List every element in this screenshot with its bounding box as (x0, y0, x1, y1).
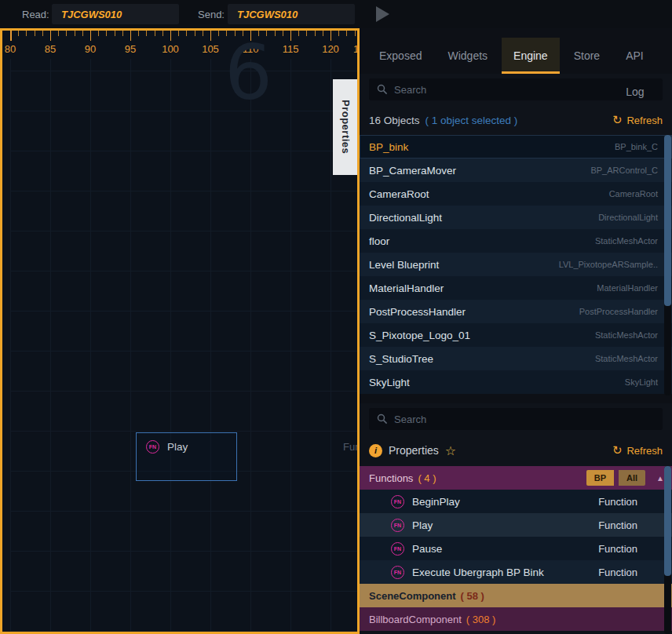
properties-search[interactable] (369, 408, 663, 430)
billboardcomponent-section-header[interactable]: BillboardComponent ( 308 ) (360, 607, 672, 631)
tab-widgets[interactable]: Widgets (436, 38, 499, 74)
play-node-label: Play (167, 440, 188, 453)
scrollbar-thumb[interactable] (664, 135, 671, 306)
properties-search-input[interactable] (394, 414, 655, 425)
send-label: Send: (198, 9, 225, 20)
bp-filter-button[interactable]: BP (586, 470, 614, 486)
fn-icon: FN (391, 542, 404, 556)
inspector-panel: Exposed Widgets Engine Store API Log 16 … (360, 28, 672, 634)
refresh-objects-button[interactable]: ↻ Refresh (612, 113, 663, 127)
collapse-chevron-icon[interactable]: ▲ (656, 474, 664, 483)
function-row-beginplay[interactable]: FN BeginPlay Function (360, 490, 672, 513)
tab-engine[interactable]: Engine (502, 38, 560, 74)
object-row[interactable]: Level Blueprint LVL_PixotopeARSample.. (360, 253, 672, 276)
send-input[interactable]: TJCGWS010 (228, 4, 355, 24)
function-row-execute-ubergraph[interactable]: FN Execute Ubergraph BP Bink Function (360, 560, 672, 584)
refresh-properties-button[interactable]: ↻ Refresh (612, 443, 663, 457)
all-filter-button[interactable]: All (619, 470, 645, 486)
scenecomponent-section-header[interactable]: SceneComponent ( 58 ) (360, 584, 672, 607)
fn-icon: FN (146, 440, 159, 454)
object-row[interactable]: BP_bink BP_bink_C (360, 135, 672, 158)
object-search-input[interactable] (394, 84, 655, 96)
object-search[interactable] (369, 78, 663, 100)
properties-title: Properties (389, 444, 439, 457)
ruler-number: 80 (5, 43, 16, 55)
ruler-number: 115 (283, 43, 299, 55)
search-icon (377, 84, 388, 95)
object-count: 16 Objects (369, 115, 420, 126)
top-bar: Read: TJCGWS010 Send: TJCGWS010 (0, 0, 672, 28)
functions-count: ( 4 ) (418, 472, 436, 484)
read-input[interactable]: TJCGWS010 (52, 4, 179, 24)
functions-title: Functions (369, 472, 413, 484)
send-value: TJCGWS010 (237, 9, 298, 20)
tab-store[interactable]: Store (562, 38, 612, 74)
favorite-star-icon[interactable]: ☆ (445, 443, 456, 458)
object-list: BP_bink BP_bink_C BP_CameraMover BP_ARCo… (360, 135, 672, 394)
refresh-icon: ↻ (612, 443, 623, 457)
object-row[interactable]: MaterialHandler MaterialHandler (360, 276, 672, 300)
viewport-panel[interactable]: 80 85 90 95 100 105 110 115 120 1 6 Func… (0, 28, 360, 634)
functions-section-header[interactable]: Functions ( 4 ) BP All ▲ (360, 466, 672, 490)
read-value: TJCGWS010 (61, 9, 122, 20)
graph-grid (10, 59, 360, 632)
object-row[interactable]: DirectionalLight DirectionalLight (360, 206, 672, 229)
tab-api-log[interactable]: API Log (614, 38, 670, 74)
object-row[interactable]: S_Pixotope_Logo_01 StaticMeshActor (360, 323, 672, 347)
ruler-number: 90 (85, 43, 96, 55)
ruler-number: 1 (353, 43, 359, 55)
fn-icon: FN (391, 495, 404, 508)
play-function-node[interactable]: FN Play (136, 432, 237, 481)
ruler-major-ticks (10, 31, 357, 41)
fn-icon: FN (391, 519, 404, 532)
properties-header: i Properties ☆ ↻ Refresh (360, 435, 672, 466)
refresh-icon: ↻ (612, 113, 623, 127)
refresh-label: Refresh (626, 445, 663, 457)
search-icon (377, 414, 388, 424)
properties-scrollbar[interactable] (664, 466, 671, 634)
object-list-scrollbar[interactable] (664, 135, 671, 395)
ruler: 80 85 90 95 100 105 110 115 120 1 (2, 31, 357, 59)
faint-function-label: Func (343, 441, 360, 453)
ruler-number: 105 (202, 43, 219, 55)
object-row[interactable]: BP_CameraMover BP_ARControl_C (360, 158, 672, 182)
object-row[interactable]: S_StudioTree StaticMeshActor (360, 347, 672, 370)
ruler-number: 95 (125, 43, 136, 55)
function-row-pause[interactable]: FN Pause Function (360, 537, 672, 560)
scrollbar-thumb[interactable] (664, 466, 671, 576)
object-row[interactable]: PostProcessHandler PostProcessHandler (360, 300, 672, 323)
properties-side-tab[interactable]: Properties (333, 79, 359, 175)
function-row-play[interactable]: FN Play Function (360, 513, 672, 537)
fn-icon: FN (391, 566, 404, 579)
tab-bar: Exposed Widgets Engine Store API Log (360, 28, 672, 74)
watermark-digit: 6 (225, 35, 272, 111)
info-icon[interactable]: i (369, 444, 382, 457)
object-row[interactable]: floor StaticMeshActor (360, 229, 672, 253)
ruler-number: 85 (45, 43, 56, 55)
tab-exposed[interactable]: Exposed (367, 38, 433, 74)
selection-note: ( 1 object selected ) (425, 115, 518, 126)
properties-side-tab-label: Properties (340, 100, 352, 154)
ruler-number: 100 (162, 43, 179, 55)
object-row[interactable]: SkyLight SkyLight (360, 370, 672, 394)
read-label: Read: (22, 9, 49, 20)
refresh-label: Refresh (626, 115, 663, 126)
ruler-number: 120 (322, 43, 339, 55)
object-row[interactable]: CameraRoot CameraRoot (360, 182, 672, 206)
play-icon[interactable] (376, 6, 389, 22)
